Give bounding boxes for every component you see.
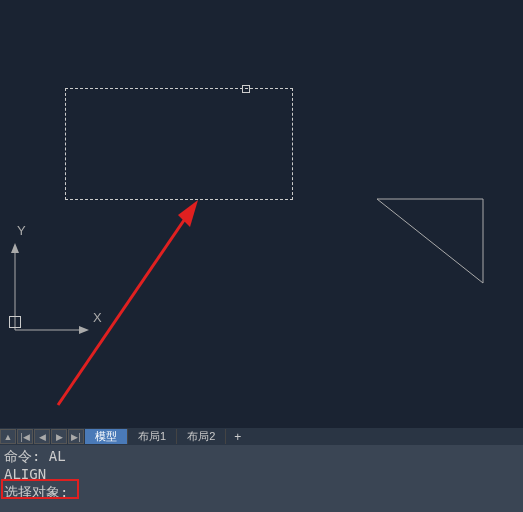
svg-marker-3: [79, 326, 89, 334]
cursor-pickbox: [242, 85, 250, 93]
command-window[interactable]: 命令: AL ALIGN 选择对象:: [0, 445, 523, 512]
nav-first-button[interactable]: |◀: [17, 429, 33, 444]
command-history-1: 命令: AL: [4, 447, 519, 465]
svg-marker-5: [178, 200, 198, 227]
nav-prev-button[interactable]: ◀: [34, 429, 50, 444]
triangle-shape: [375, 197, 485, 285]
tab-layout2[interactable]: 布局2: [177, 429, 226, 444]
svg-marker-1: [11, 243, 19, 253]
ucs-origin-box: [9, 316, 21, 328]
selection-rectangle: [65, 88, 293, 200]
nav-last-button[interactable]: ▶|: [68, 429, 84, 444]
x-axis-label: X: [93, 310, 102, 325]
nav-next-button[interactable]: ▶: [51, 429, 67, 444]
ucs-icon: Y X: [5, 235, 95, 338]
y-axis-label: Y: [17, 223, 26, 238]
nav-up-button[interactable]: ▲: [0, 429, 16, 444]
tab-layout1[interactable]: 布局1: [128, 429, 177, 444]
tab-add-button[interactable]: +: [226, 429, 249, 445]
command-history-2: ALIGN: [4, 465, 519, 483]
command-prompt: 选择对象:: [4, 483, 519, 501]
drawing-canvas[interactable]: Y X: [0, 0, 523, 425]
tab-model[interactable]: 模型: [85, 429, 128, 444]
layout-tab-bar: ▲ |◀ ◀ ▶ ▶| 模型 布局1 布局2 +: [0, 428, 523, 445]
